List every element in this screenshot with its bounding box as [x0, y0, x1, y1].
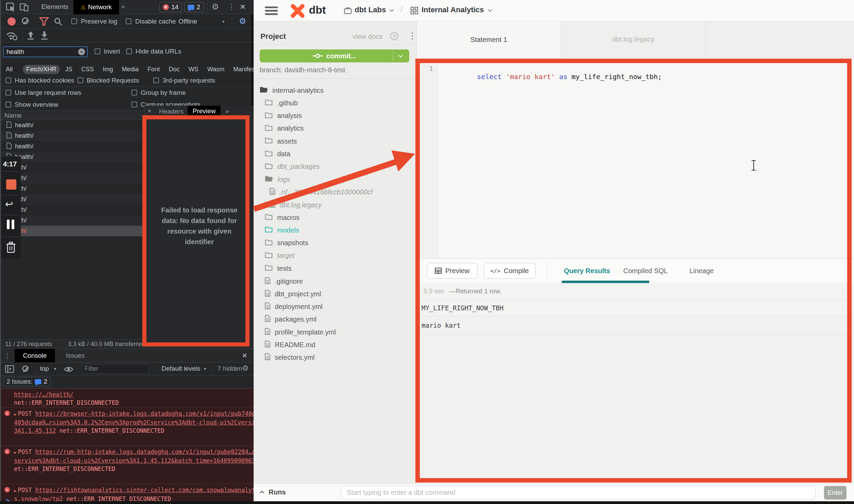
tree-item-target[interactable]: target — [265, 252, 295, 260]
close-console-icon[interactable]: × — [242, 350, 247, 361]
tab-console[interactable]: Console — [15, 349, 55, 362]
tree-item-internal-analytics[interactable]: internal-analytics — [260, 86, 324, 94]
record-icon[interactable] — [8, 17, 16, 26]
sidebar-kebab-icon[interactable]: ⋮ — [408, 31, 417, 41]
tree-item-packages-yml[interactable]: packages.yml — [265, 315, 316, 324]
filter-chip-font[interactable]: Font — [144, 65, 163, 74]
sql-editor[interactable]: 1 select 'mario kart' as my_life_right_n… — [417, 58, 854, 258]
request-row[interactable]: alth/ — [1, 205, 150, 215]
tree-item-analysis[interactable]: analysis — [265, 112, 302, 120]
view-docs-link[interactable]: view docs — [353, 33, 383, 41]
runs-label[interactable]: Runs — [269, 488, 286, 496]
tab-lineage[interactable]: Lineage — [689, 267, 714, 275]
runs-chevron-icon[interactable] — [260, 491, 264, 495]
request-row[interactable]: alth/ — [1, 215, 150, 226]
tab-compiled-sql[interactable]: Compiled SQL — [623, 267, 668, 275]
more-tabs-icon[interactable]: » — [121, 3, 125, 10]
filter-chip-doc[interactable]: Doc — [165, 65, 183, 74]
clear-filter-icon[interactable]: × — [78, 48, 85, 55]
filter-input[interactable]: health — [3, 46, 88, 57]
show-overview-checkbox[interactable] — [5, 102, 11, 107]
tree-item-dbt-packages[interactable]: dbt_packages — [265, 163, 320, 171]
expand-icon[interactable]: ▶ — [14, 488, 16, 493]
blocked-requests-checkbox[interactable] — [77, 77, 83, 83]
kebab-menu-icon[interactable]: ⋮ — [228, 2, 235, 11]
filter-chip-media[interactable]: Media — [118, 65, 142, 74]
expand-icon[interactable]: ▶ — [14, 450, 16, 455]
close-devtools-icon[interactable]: × — [240, 1, 245, 12]
close-detail-icon[interactable]: × — [147, 107, 152, 115]
request-row[interactable]: alth/ — [1, 183, 150, 194]
request-row[interactable]: health/ — [1, 152, 150, 162]
filter-chip-ws[interactable]: WS — [185, 65, 202, 74]
account-switcher[interactable]: dbt Labs — [355, 5, 386, 14]
tab-query-results[interactable]: Query Results — [564, 267, 610, 275]
has-blocked-cookies-checkbox[interactable] — [5, 77, 11, 83]
result-row[interactable]: mario kart — [417, 316, 854, 335]
filter-chip-wasm[interactable]: Wasm — [204, 65, 228, 74]
request-row[interactable]: health/ — [1, 120, 150, 131]
third-party-checkbox[interactable] — [153, 77, 159, 83]
invert-checkbox[interactable] — [95, 48, 100, 54]
tree-item-snapshots[interactable]: snapshots — [265, 239, 308, 247]
more-detail-tabs-icon[interactable]: » — [225, 107, 229, 115]
tab-log[interactable]: dbt.log.legacy — [561, 21, 706, 58]
tab-statement[interactable]: Statement 1 — [417, 21, 561, 58]
inspect-icon[interactable] — [6, 2, 16, 14]
log-levels-select[interactable]: Default levels — [161, 365, 200, 372]
command-input[interactable]: Start typing to enter a dbt command — [341, 486, 815, 500]
request-row[interactable]: health/ — [1, 131, 150, 141]
tree-item-github[interactable]: .github — [265, 99, 298, 107]
filter-chip-all[interactable]: All — [2, 65, 16, 74]
tree-item-deployment-yml[interactable]: deployment.yml — [265, 302, 323, 311]
tree-item-models[interactable]: models — [265, 226, 299, 234]
filter-chip-fetch-xhr[interactable]: Fetch/XHR — [23, 65, 60, 74]
tree-item-dbt-log-legacy[interactable]: dbt.log.legacy — [270, 201, 322, 209]
request-row[interactable]: alth/ — [1, 194, 150, 205]
tree-item-assets[interactable]: assets — [265, 137, 297, 145]
request-row[interactable]: alth/ — [1, 173, 150, 183]
console-kebab-icon[interactable]: ⋮ — [4, 352, 11, 360]
tree-item-readme-md[interactable]: README.md — [265, 341, 315, 349]
help-icon[interactable]: ? — [390, 32, 398, 40]
tab-elements[interactable]: Elements — [41, 3, 68, 11]
clear-console-icon[interactable] — [22, 366, 28, 372]
name-column-header[interactable]: Name — [1, 110, 144, 120]
restart-record-icon[interactable]: ↩ — [5, 198, 13, 210]
filter-chip-css[interactable]: CSS — [78, 65, 97, 74]
compile-button[interactable]: </> Compile — [484, 263, 536, 279]
stop-record-button[interactable] — [6, 179, 16, 190]
error-url[interactable]: https://rum-http-intake.logs.datadoghq.c… — [14, 448, 266, 464]
preview-button[interactable]: Preview — [427, 263, 478, 279]
request-row[interactable]: health/ — [1, 141, 150, 152]
delete-record-icon[interactable] — [6, 241, 16, 255]
pause-record-icon[interactable] — [7, 220, 16, 229]
settings-gear-icon[interactable]: ⚙ — [212, 2, 219, 12]
console-settings-gear-icon[interactable]: ⚙ — [242, 364, 249, 373]
tab-issues[interactable]: Issues — [66, 352, 85, 359]
hamburger-menu-icon[interactable] — [265, 6, 278, 15]
tree-item-nf-3665c416bfecb1000000cf[interactable]: .nf…3665c416bfecb1000000cf — [270, 188, 372, 196]
issues-counter[interactable]: 2 Issues: 2 — [3, 377, 51, 386]
issue-count-badge[interactable]: 2 — [184, 2, 204, 12]
tree-item-profile-template-yml[interactable]: profile_template.yml — [265, 328, 336, 337]
tree-item-dbt-project-yml[interactable]: dbt_project.yml — [265, 290, 321, 298]
request-row[interactable]: alth/ — [1, 162, 150, 173]
tab-headers[interactable]: Headers — [159, 108, 184, 115]
hide-data-urls-checkbox[interactable] — [126, 48, 132, 54]
context-select[interactable]: top — [40, 365, 49, 372]
request-row[interactable]: alth/ — [1, 226, 150, 236]
console-filter-input[interactable]: Filter — [82, 364, 149, 374]
filter-funnel-icon[interactable] — [39, 17, 49, 28]
device-toolbar-icon[interactable] — [19, 2, 29, 14]
tree-item-analytics[interactable]: analytics — [265, 124, 304, 133]
expand-icon[interactable]: ▶ — [14, 412, 16, 417]
project-switcher[interactable]: Internal Analytics — [422, 5, 484, 14]
disable-cache-checkbox[interactable] — [126, 18, 131, 24]
enter-button[interactable]: Enter — [824, 486, 846, 500]
network-conditions-icon[interactable] — [5, 31, 18, 42]
filter-chip-img[interactable]: Img — [99, 65, 116, 74]
tab-preview[interactable]: Preview — [188, 106, 220, 116]
network-conditions-gear-icon[interactable]: ⚙ — [239, 16, 246, 26]
capture-screenshots-checkbox[interactable] — [131, 102, 137, 107]
